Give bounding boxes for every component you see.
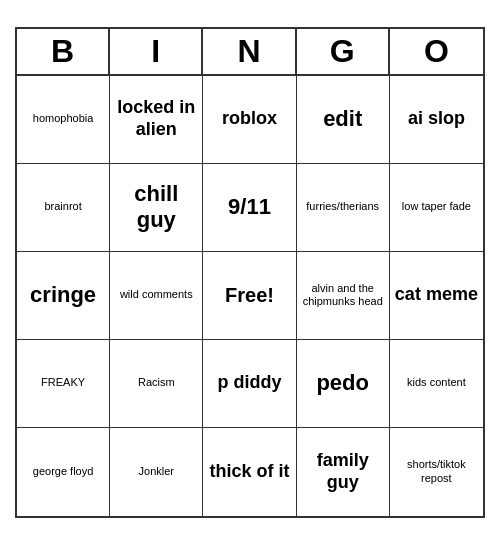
header-letter: G [297, 29, 390, 74]
bingo-cell: ai slop [390, 76, 483, 164]
cell-text: cat meme [395, 284, 478, 306]
bingo-card: BINGO homophobialocked in alienrobloxedi… [15, 27, 485, 518]
cell-text: shorts/tiktok repost [394, 458, 479, 484]
cell-text: roblox [222, 108, 277, 130]
bingo-cell: Racism [110, 340, 203, 428]
cell-text: Jonkler [139, 465, 174, 478]
bingo-cell: pedo [297, 340, 390, 428]
cell-text: cringe [30, 282, 96, 308]
bingo-cell: wild comments [110, 252, 203, 340]
cell-text: p diddy [217, 372, 281, 394]
bingo-grid: homophobialocked in alienrobloxeditai sl… [17, 76, 483, 516]
bingo-header: BINGO [17, 29, 483, 76]
cell-text: george floyd [33, 465, 94, 478]
header-letter: I [110, 29, 203, 74]
bingo-cell: low taper fade [390, 164, 483, 252]
cell-text: chill guy [114, 181, 198, 234]
cell-text: homophobia [33, 112, 94, 125]
bingo-cell: cringe [17, 252, 110, 340]
bingo-cell: george floyd [17, 428, 110, 516]
cell-text: brainrot [44, 200, 81, 213]
cell-text: edit [323, 106, 362, 132]
bingo-cell: FREAKY [17, 340, 110, 428]
bingo-cell: chill guy [110, 164, 203, 252]
bingo-cell: alvin and the chipmunks head [297, 252, 390, 340]
cell-text: thick of it [209, 461, 289, 483]
bingo-cell: shorts/tiktok repost [390, 428, 483, 516]
cell-text: FREAKY [41, 376, 85, 389]
cell-text: ai slop [408, 108, 465, 130]
bingo-cell: locked in alien [110, 76, 203, 164]
bingo-cell: cat meme [390, 252, 483, 340]
cell-text: low taper fade [402, 200, 471, 213]
bingo-cell: p diddy [203, 340, 296, 428]
cell-text: alvin and the chipmunks head [301, 282, 385, 308]
cell-text: locked in alien [114, 97, 198, 140]
cell-text: pedo [316, 370, 369, 396]
cell-text: Free! [225, 283, 274, 307]
header-letter: B [17, 29, 110, 74]
cell-text: kids content [407, 376, 466, 389]
bingo-cell: edit [297, 76, 390, 164]
bingo-cell: kids content [390, 340, 483, 428]
bingo-cell: Free! [203, 252, 296, 340]
bingo-cell: roblox [203, 76, 296, 164]
bingo-cell: brainrot [17, 164, 110, 252]
cell-text: 9/11 [228, 194, 271, 220]
header-letter: O [390, 29, 483, 74]
bingo-cell: family guy [297, 428, 390, 516]
cell-text: family guy [301, 450, 385, 493]
cell-text: furries/therians [306, 200, 379, 213]
bingo-cell: 9/11 [203, 164, 296, 252]
cell-text: wild comments [120, 288, 193, 301]
bingo-cell: furries/therians [297, 164, 390, 252]
header-letter: N [203, 29, 296, 74]
bingo-cell: Jonkler [110, 428, 203, 516]
bingo-cell: homophobia [17, 76, 110, 164]
cell-text: Racism [138, 376, 175, 389]
bingo-cell: thick of it [203, 428, 296, 516]
